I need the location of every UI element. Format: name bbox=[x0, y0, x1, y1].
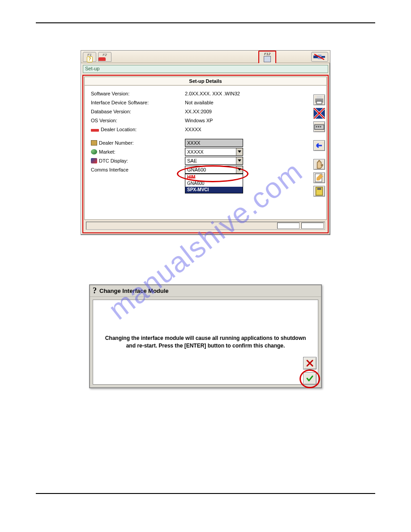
dtc-icon bbox=[91, 158, 97, 163]
status-bar bbox=[86, 222, 325, 230]
tab-f2-label: F2 bbox=[103, 53, 107, 57]
pencil-icon bbox=[314, 172, 325, 183]
tab-f12-label: F12 bbox=[264, 52, 270, 56]
value-interface-device: Not available bbox=[185, 98, 320, 107]
tab-f12[interactable]: F12 bbox=[258, 51, 276, 63]
globe-icon bbox=[91, 149, 97, 154]
svg-rect-14 bbox=[317, 188, 321, 190]
cancel-button[interactable] bbox=[303, 357, 317, 369]
label-os-version: OS Version: bbox=[91, 116, 185, 125]
flag-icon bbox=[314, 108, 325, 119]
value-database-version: XX.XX:2009 bbox=[185, 107, 320, 116]
label-market: Market: bbox=[99, 147, 116, 156]
keyboard-button[interactable] bbox=[313, 121, 325, 132]
market-dropdown[interactable]: XXXXX bbox=[185, 148, 243, 156]
status-cell-2 bbox=[301, 223, 324, 229]
setup-tab-label: Set-up bbox=[83, 65, 328, 73]
comms-interface-dropdown[interactable]: GNA600 HIM GNA600 SPX-MVCI bbox=[185, 166, 243, 174]
comms-dropdown-list: HIM GNA600 SPX-MVCI bbox=[185, 174, 243, 193]
value-dealer-location: XXXXX bbox=[185, 125, 320, 134]
connection-button[interactable] bbox=[311, 52, 328, 62]
svg-rect-9 bbox=[316, 126, 317, 128]
plug-icon bbox=[313, 53, 326, 60]
page-icon bbox=[264, 56, 271, 62]
dialog-message: Changing the interface module will cause… bbox=[101, 335, 310, 350]
label-interface-device: Interface Device Software: bbox=[91, 98, 185, 107]
svg-rect-2 bbox=[321, 56, 325, 58]
dialog-body: Changing the interface module will cause… bbox=[93, 300, 318, 385]
label-database-version: Database Version: bbox=[91, 107, 185, 116]
language-button[interactable] bbox=[313, 108, 325, 119]
chevron-down-icon bbox=[238, 168, 241, 171]
honda-icon bbox=[91, 129, 99, 132]
dialog-title-text: Change Interface Module bbox=[99, 287, 169, 294]
label-software-version: Software Version: bbox=[91, 89, 185, 98]
side-toolbar bbox=[313, 94, 325, 197]
dealer-number-input[interactable]: XXXX bbox=[185, 139, 243, 147]
panel-title: Set-up Details bbox=[85, 77, 326, 86]
svg-rect-5 bbox=[317, 96, 322, 99]
back-button[interactable] bbox=[313, 140, 325, 151]
svg-rect-11 bbox=[320, 126, 321, 128]
market-value: XXXXX bbox=[187, 149, 204, 154]
svg-rect-6 bbox=[317, 101, 322, 104]
check-icon bbox=[306, 374, 314, 382]
comms-option-him[interactable]: HIM bbox=[185, 174, 243, 180]
cross-icon bbox=[306, 359, 314, 367]
tab-f2[interactable]: F2 bbox=[98, 52, 111, 62]
hand-icon bbox=[314, 159, 325, 170]
question-icon: ? bbox=[93, 286, 97, 296]
chevron-down-icon bbox=[238, 150, 241, 153]
dtc-display-dropdown[interactable]: SAE bbox=[185, 157, 243, 165]
label-comms-interface: Comms Interface bbox=[91, 165, 185, 174]
comms-value: GNA600 bbox=[187, 167, 206, 172]
svg-rect-10 bbox=[318, 126, 319, 128]
highlighted-frame: Set-up Details Software Version: Interfa… bbox=[82, 75, 329, 233]
printer-icon bbox=[314, 94, 325, 105]
setup-details-panel: Set-up Details Software Version: Interfa… bbox=[84, 77, 327, 220]
comms-option-spx-mvci[interactable]: SPX-MVCI bbox=[185, 187, 243, 193]
app-toolbar: F1 ? F2 F12 bbox=[81, 51, 330, 63]
status-cell-1 bbox=[277, 223, 300, 229]
dtc-value: SAE bbox=[187, 158, 197, 163]
chevron-down-icon bbox=[238, 159, 241, 162]
edit-button[interactable] bbox=[313, 172, 325, 183]
value-software-version: 2.0XX.XXX. XXX .WIN32 bbox=[185, 89, 320, 98]
tab-f1[interactable]: F1 ? bbox=[83, 52, 96, 62]
label-dealer-location: Dealer Location: bbox=[101, 125, 137, 134]
dialog-titlebar: ? Change Interface Module bbox=[90, 285, 321, 297]
setup-window: F1 ? F2 F12 Set-up bbox=[81, 50, 330, 235]
change-interface-dialog: ? Change Interface Module Changing the i… bbox=[89, 284, 322, 388]
arrow-left-icon bbox=[314, 140, 325, 151]
disk-icon bbox=[314, 186, 325, 197]
dealer-icon bbox=[91, 140, 97, 146]
help-icon: ? bbox=[87, 56, 93, 62]
bottom-horizontal-rule bbox=[36, 493, 375, 494]
keyboard-icon bbox=[314, 121, 325, 132]
disk-button[interactable] bbox=[313, 186, 325, 197]
value-os-version: Windows XP bbox=[185, 116, 320, 125]
car-icon bbox=[98, 57, 106, 61]
hand-button[interactable] bbox=[313, 159, 325, 170]
print-button[interactable] bbox=[313, 94, 325, 105]
top-horizontal-rule bbox=[36, 22, 375, 23]
label-dealer-number: Dealer Number: bbox=[99, 138, 134, 147]
comms-option-gna600[interactable]: GNA600 bbox=[185, 180, 243, 187]
label-dtc-display: DTC Display: bbox=[99, 156, 128, 165]
confirm-button[interactable] bbox=[303, 372, 317, 385]
